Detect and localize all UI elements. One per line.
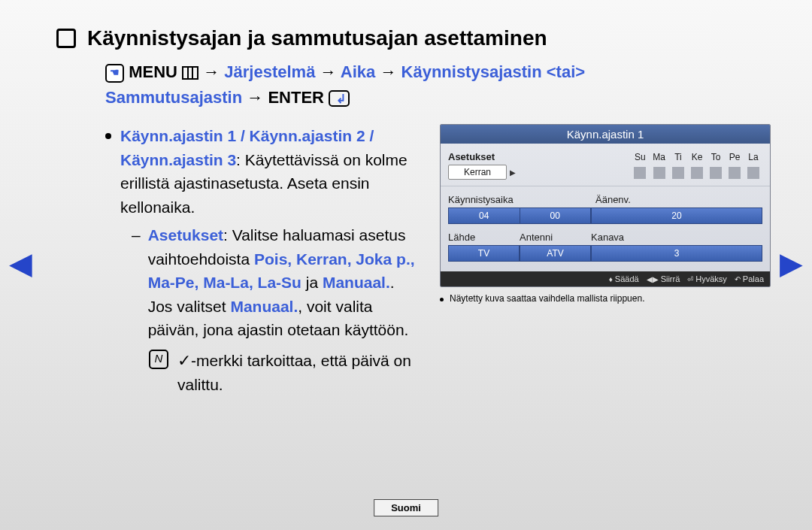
language-badge: Suomi: [374, 499, 438, 516]
enter-label: ENTER: [268, 88, 324, 107]
volume-label: Äänenv.: [591, 194, 762, 205]
menu-grid-icon: [182, 66, 198, 80]
dash-icon: –: [132, 223, 141, 342]
channel-value[interactable]: 3: [591, 245, 762, 262]
bullet-icon: [440, 298, 444, 301]
bullet-icon: [105, 133, 111, 139]
note-text: ✓-merkki tarkoittaa, että päivä on valit…: [177, 348, 421, 397]
panel-caption: Näytetty kuva saattaa vaihdella mallista…: [440, 293, 771, 304]
settings-field-label: Asetukset: [448, 151, 544, 162]
timer-panel: Käynn.ajastin 1 Asetukset Kerran ▶ Su: [440, 124, 771, 287]
day-checkbox[interactable]: [653, 167, 665, 179]
bc-2: Aika: [341, 62, 375, 81]
day-checkbox[interactable]: [747, 167, 759, 179]
day-checkbox[interactable]: [672, 167, 684, 179]
return-icon: ↶: [735, 275, 741, 283]
enter-icon: [329, 90, 350, 107]
settings-label: Asetukset: [148, 226, 223, 244]
day-checkbox[interactable]: [729, 167, 741, 179]
section-icon: [56, 29, 76, 48]
nav-next-icon[interactable]: ▶: [780, 248, 803, 278]
start-time-label: Käynnistysaika: [448, 194, 591, 205]
start-hour[interactable]: 04: [448, 207, 520, 224]
bc-4: Sammutusajastin: [105, 88, 242, 107]
enter-small-icon: ⏎: [687, 275, 693, 283]
nav-prev-icon[interactable]: ◀: [9, 248, 32, 278]
updown-icon: ♦: [609, 275, 613, 283]
source-value[interactable]: TV: [448, 245, 520, 262]
note-icon: N: [149, 350, 168, 369]
hand-icon: ☚: [105, 64, 124, 83]
days-row: Su Ma Ti Ke To Pe La: [634, 152, 759, 179]
page-heading: Käynnistysajan ja sammutusajan asettamin…: [56, 26, 771, 50]
settings-select[interactable]: Kerran: [448, 165, 507, 180]
panel-footer: ♦Säädä ◀▶Siirrä ⏎Hyväksy ↶Palaa: [441, 271, 770, 286]
chevron-right-icon[interactable]: ▶: [510, 168, 516, 177]
check-icon: ✓: [177, 351, 191, 370]
start-min[interactable]: 00: [520, 207, 592, 224]
volume-value[interactable]: 20: [591, 207, 762, 224]
channel-label: Kanava: [591, 232, 762, 243]
bc-1: Järjestelmä: [224, 62, 315, 81]
menu-label: MENU: [129, 62, 177, 81]
timer-description: Käynn.ajastin 1 / Käynn.ajastin 2 / Käyn…: [120, 124, 421, 219]
leftright-icon: ◀▶: [647, 275, 659, 283]
day-checkbox[interactable]: [710, 167, 722, 179]
panel-title: Käynn.ajastin 1: [441, 125, 770, 144]
antenna-value[interactable]: ATV: [520, 245, 591, 262]
bc-3: Käynnistysajastin <tai>: [401, 62, 586, 81]
day-checkbox[interactable]: [634, 167, 646, 179]
heading-text: Käynnistysajan ja sammutusajan asettamin…: [87, 26, 547, 50]
breadcrumb: ☚ MENU → Järjestelmä → Aika → Käynnistys…: [105, 59, 771, 111]
antenna-label: Antenni: [520, 232, 591, 243]
source-label: Lähde: [448, 232, 520, 243]
day-checkbox[interactable]: [691, 167, 703, 179]
settings-description: Asetukset: Valitse haluamasi asetus vaih…: [148, 223, 421, 342]
